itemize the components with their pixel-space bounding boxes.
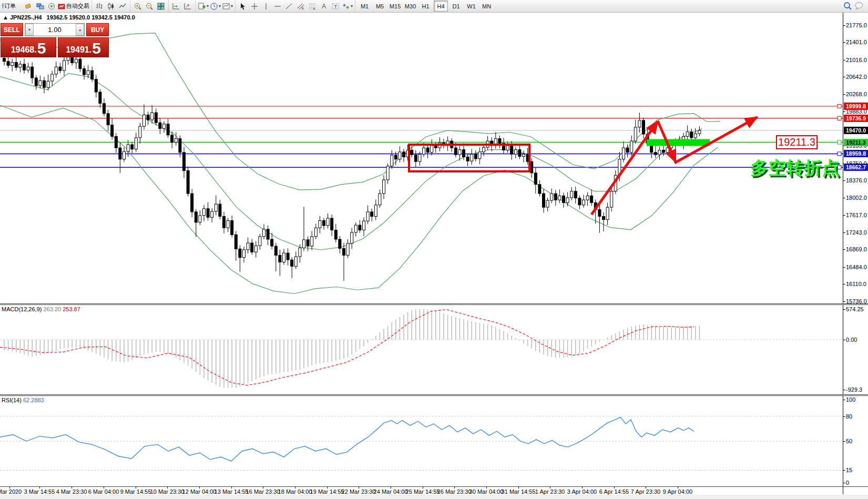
rsi-axis-label: 100 <box>846 396 855 403</box>
signal-icon[interactable] <box>46 1 57 12</box>
timeframe-M15[interactable]: M15 <box>388 1 402 12</box>
line-handle[interactable] <box>838 140 841 144</box>
symbol-title: ▲ JPN225-,H4 19362.5 19520.0 19342.5 194… <box>3 14 135 21</box>
horizontal-lines <box>0 105 843 169</box>
time-axis-label: 31 Mar 14:55 <box>502 488 536 495</box>
time-axis-label: 7 Apr 23:30 <box>631 488 660 495</box>
line-chart-button[interactable] <box>117 1 128 12</box>
price-axis-label: 20642.0 <box>846 74 867 80</box>
one-click-trade-panel: SELL ▼ 1.00 ▲ BUY 19468.5 19491.5 <box>1 23 109 57</box>
crosshair-button[interactable] <box>249 1 260 12</box>
timeframe-H1[interactable]: H1 <box>418 1 433 12</box>
price-axis-label: 17617.0 <box>846 212 867 218</box>
timeframe-W1[interactable]: W1 <box>464 1 478 12</box>
buy-price[interactable]: 19491.5 <box>58 37 109 57</box>
new-order-button[interactable]: 新订单 <box>2 1 22 12</box>
candlesticks <box>3 45 701 281</box>
svg-text:T: T <box>334 4 338 9</box>
bollinger-middle <box>0 73 702 250</box>
new-chart-button[interactable]: ▾ <box>198 1 209 12</box>
fibonacci-button[interactable]: F <box>307 1 318 12</box>
chart-shift-button[interactable] <box>182 1 193 12</box>
panel-separator[interactable] <box>0 394 868 396</box>
time-axis-label: 18 Mar 04:00 <box>278 488 312 495</box>
line-handle[interactable] <box>838 116 841 120</box>
panel-separator[interactable] <box>0 303 868 305</box>
axis-tick <box>843 400 845 400</box>
axis-tick <box>843 340 845 340</box>
trend-arrow[interactable] <box>591 121 658 215</box>
sell-button[interactable]: SELL <box>1 23 23 36</box>
autotrading-button[interactable]: 自动交易 <box>58 1 89 12</box>
macd-axis-label: -929.3 <box>846 386 862 393</box>
timeframe-D1[interactable]: D1 <box>449 1 463 12</box>
price-tag-19470.0: 19470.0 <box>844 127 868 134</box>
sell-price[interactable]: 19468.5 <box>1 37 56 57</box>
text-button[interactable]: A <box>319 1 329 12</box>
price-axis-label: 18002.0 <box>846 195 867 201</box>
cn-annotation-text[interactable]: 多空转折点 <box>750 158 840 178</box>
annotations: 19211.3多空转折点多空转折点 <box>409 117 841 215</box>
rsi-label: RSI(14) 62.2883 <box>2 397 44 403</box>
support-zone[interactable] <box>647 139 710 146</box>
timeframe-H4[interactable]: H4 <box>434 1 448 12</box>
shapes-button[interactable]: ▾ <box>342 1 353 12</box>
period-button[interactable]: ▾ <box>210 1 221 12</box>
axis-tick <box>843 198 845 198</box>
templates-button[interactable]: ▾ <box>222 1 233 12</box>
ohlc-values: 19362.5 19520.0 19342.5 19470.0 <box>47 14 135 21</box>
time-axis-label: 13 Mar 14:55 <box>215 488 249 495</box>
timeframe-M1[interactable]: M1 <box>358 1 372 12</box>
axis-tick <box>843 441 845 442</box>
volume-down-button[interactable]: ▼ <box>25 24 34 36</box>
time-axis-label: 10 Mar 23:30 <box>150 488 185 495</box>
volume-up-button[interactable]: ▲ <box>76 24 84 36</box>
tool-yellow-icon[interactable] <box>23 1 34 12</box>
chart-canvas[interactable]: 19211.3多空转折点多空转折点 <box>0 0 868 499</box>
mt4-window: 新订单自动交易▾▾▾EFAT▾M1M5M15M30H1H4D1W1MN 1921… <box>0 0 868 499</box>
collapse-triangle-icon[interactable]: ▲ <box>3 14 8 21</box>
axis-tick <box>843 483 845 483</box>
rsi-axis-label: 0 <box>846 480 849 486</box>
candlestick-button[interactable] <box>106 1 116 12</box>
ohlc-bars-button[interactable] <box>94 1 105 12</box>
channel-button[interactable]: E <box>295 1 306 12</box>
axis-tick <box>843 215 845 216</box>
axis-tick <box>843 284 845 284</box>
volume-input[interactable]: 1.00 <box>34 24 76 36</box>
trendline-button[interactable] <box>284 1 294 12</box>
toolbar-group <box>91 1 130 12</box>
timeframe-MN[interactable]: MN <box>479 1 494 12</box>
timeframe-M5[interactable]: M5 <box>373 1 387 12</box>
axis-tick <box>843 267 845 268</box>
zoom-out-button[interactable] <box>144 1 155 12</box>
line-handle[interactable] <box>838 105 841 108</box>
price-tag-18662.7: 18662.7 <box>844 164 868 171</box>
search-icon[interactable] <box>842 1 853 11</box>
time-axis-label: 3 Apr 04:00 <box>567 488 597 495</box>
label-button[interactable]: T <box>330 1 341 12</box>
price-label-text: 19211.3 <box>778 136 815 148</box>
tile-windows-button[interactable] <box>156 1 166 12</box>
vertical-line-button[interactable] <box>261 1 271 12</box>
axis-tick <box>843 111 845 112</box>
line-handle[interactable] <box>838 152 841 156</box>
price-axis-label: 21775.0 <box>846 22 867 28</box>
chat-icon[interactable] <box>854 1 864 11</box>
cursor-button[interactable] <box>238 1 248 12</box>
price-axis-label: 21016.0 <box>846 57 867 63</box>
time-axis-label: 9 Apr 04:00 <box>663 488 692 495</box>
time-axis-label: 16 Mar 23:30 <box>246 488 280 495</box>
axis-tick <box>843 77 845 77</box>
timeframe-M30[interactable]: M30 <box>403 1 417 12</box>
horizontal-line-button[interactable] <box>272 1 283 12</box>
axis-tick <box>843 309 845 310</box>
macd-axis-label: 0.00 <box>846 337 857 343</box>
time-axis-label: 9 Mar 14:55 <box>120 488 151 495</box>
buy-button[interactable]: BUY <box>86 23 109 36</box>
zoom-in-button[interactable] <box>132 1 143 12</box>
toolbar-group: EFAT▾ <box>235 1 355 12</box>
terminals-icon[interactable] <box>35 1 45 12</box>
window-bottom-strip <box>0 495 868 499</box>
auto-scroll-button[interactable] <box>171 1 181 12</box>
